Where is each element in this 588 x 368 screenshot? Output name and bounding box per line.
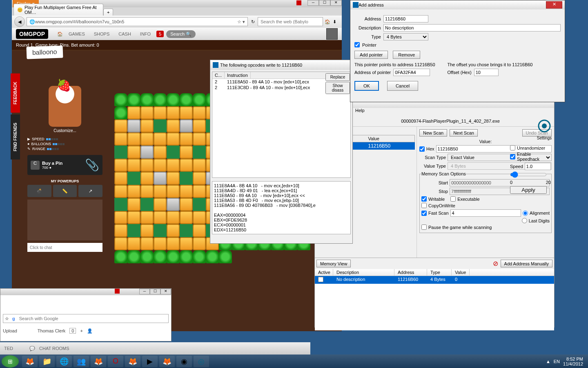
taskbar-opera[interactable]: O [108,356,123,367]
maximize-button[interactable]: ☐ [150,289,160,294]
home-button[interactable]: 🏠 [325,19,331,25]
taskbar-explorer[interactable]: 📁 [39,356,55,367]
type-select[interactable]: 4 Bytes [383,33,428,40]
taskbar-wmp[interactable]: ▶ [142,356,158,367]
back-button[interactable]: ◀ [14,16,25,27]
download-icon[interactable]: ⬇ [333,19,339,25]
speed-input[interactable] [525,163,551,170]
disassembly-view[interactable]: 111E8A4A - 8B 4A 10 - mov ecx,[edx+10] 1… [212,181,351,234]
clock-time[interactable]: 8:52 PM [563,357,583,361]
speed-slider[interactable] [510,171,547,178]
taskbar-firefox3[interactable]: 🦊 [159,356,175,367]
hex-checkbox[interactable] [419,146,425,152]
clock-date[interactable]: 11/4/2012 [563,361,583,366]
powerup-speed[interactable]: ↗ [78,185,102,197]
close-button[interactable]: ✕ [330,0,342,6]
customize-link[interactable]: Customize... [27,128,102,133]
dialog-titlebar[interactable]: Add address✕ [350,0,565,9]
fastscan-checkbox[interactable] [421,211,427,216]
taskbar-msn[interactable]: 👥 [74,356,89,367]
taskbar-chrome[interactable]: ◉ [176,356,192,367]
next-scan-button[interactable]: Next Scan [450,129,478,137]
add-address-button[interactable]: Add Address Manually [501,260,552,267]
address-input[interactable] [383,15,428,22]
nav-info[interactable]: INFO [137,30,154,38]
pause-checkbox[interactable] [421,224,427,230]
minimize-button[interactable]: ─ [307,0,319,6]
remove-button[interactable]: Remove [393,51,420,59]
add-address-dialog: Add address✕ Address Description Type4 B… [350,0,565,102]
start-button[interactable]: ⊞ [2,355,19,368]
memory-view-button[interactable]: Memory View [316,260,351,267]
url-bar[interactable]: 🌐 www.omgpop.com/#/i/balloono/cn7vu_1b0n… [27,17,248,26]
apply-button[interactable]: Apply [510,186,547,194]
new-tab-button[interactable]: + [103,9,113,16]
add-pointer-button[interactable]: Add pointer [354,51,388,59]
feedback-tab[interactable]: FEEDBACK [11,74,20,113]
taskbar-firefox2[interactable]: 🦊 [125,356,140,367]
cancel-button[interactable]: Cancel [387,81,418,91]
settings-link[interactable]: Settings [537,136,552,140]
site-search-button[interactable]: Search 🔍 [166,30,196,38]
opcodes-titlebar[interactable]: The following opcodes write to 11216B60 [210,60,352,70]
close-button[interactable]: ✕ [546,1,562,9]
add-icon[interactable]: + [80,328,82,333]
maximize-button[interactable]: ☐ [319,0,330,6]
stat-speed: ▶ SPEED [27,137,102,141]
close-button[interactable]: ✕ [160,289,171,294]
find-friends-tab[interactable]: FIND FRIENDS [11,114,20,159]
home-icon[interactable]: 🏠 [57,31,63,37]
menu-help[interactable]: Help [355,108,365,115]
tray-flag-icon[interactable]: ▲ [546,359,550,364]
taskbar-item[interactable]: 🦊 [22,356,38,367]
minimize-button[interactable]: ─ [139,289,150,294]
lastdigits-radio[interactable] [522,218,527,223]
col-val: Value [452,269,470,276]
nav-shops[interactable]: SHOPS [91,30,113,38]
chat-rooms-label[interactable]: CHAT ROOMS [39,346,69,351]
pointer-address-input[interactable] [393,69,430,76]
shield-icon [115,289,120,294]
buy-pin-button[interactable]: C Buy a Pin700 ● 📎 [27,155,102,175]
nav-cash[interactable]: CASH [115,30,134,38]
description-input[interactable] [383,24,561,31]
executable-checkbox[interactable] [450,196,456,202]
taskbar-firefox[interactable]: 🦊 [91,356,106,367]
google-search[interactable]: ☆g [3,314,169,323]
no-entry-icon[interactable]: ⊘ [493,260,498,267]
taskbar-cheatengine[interactable]: ◎ [194,356,209,367]
active-checkbox[interactable] [318,277,323,282]
taskbar-ie[interactable]: 🌐 [56,356,72,367]
cow-checkbox[interactable] [421,203,427,208]
powerup-range[interactable]: 📏 [53,185,77,197]
username[interactable]: Thomas Clerk [38,328,65,333]
show-disasm-button[interactable]: Show disass [325,82,350,94]
offset-input[interactable] [474,69,499,76]
notification-badge[interactable]: 5 [156,31,164,37]
chat-input[interactable] [27,243,102,252]
ok-button[interactable]: OK [354,81,379,91]
ted-label[interactable]: TED [4,346,13,351]
titlebar[interactable]: ─☐✕ [0,289,171,295]
speedhack-checkbox[interactable] [510,154,515,159]
fastscan-input[interactable] [450,209,521,217]
address-row[interactable]: No description 11216B60 4 Bytes 0 [315,276,554,284]
unrandomizer-checkbox[interactable] [510,145,515,150]
new-scan-button[interactable]: New Scan [419,129,447,137]
powerup-bomb[interactable]: 💣 [27,185,51,197]
search-bar[interactable] [258,17,323,26]
user-icon[interactable]: 👤 [87,328,93,334]
omgpop-logo[interactable]: OMGPOP [16,29,48,39]
user-avatar[interactable] [326,28,338,40]
writable-checkbox[interactable] [421,196,427,202]
browser-tab[interactable]: 😊Play Fun Multiplayer Games Free At OM… [13,4,103,16]
replace-button[interactable]: Replace [325,73,350,81]
upload-label[interactable]: Upload [3,328,17,333]
nav-games[interactable]: GAMES [65,30,88,38]
pointer-checkbox[interactable] [354,42,360,47]
search-input[interactable] [17,316,168,321]
language-indicator[interactable]: EN [554,359,560,364]
reload-button[interactable]: ↻ [249,19,256,25]
alignment-radio[interactable] [523,211,528,216]
svg-point-1 [542,123,547,128]
